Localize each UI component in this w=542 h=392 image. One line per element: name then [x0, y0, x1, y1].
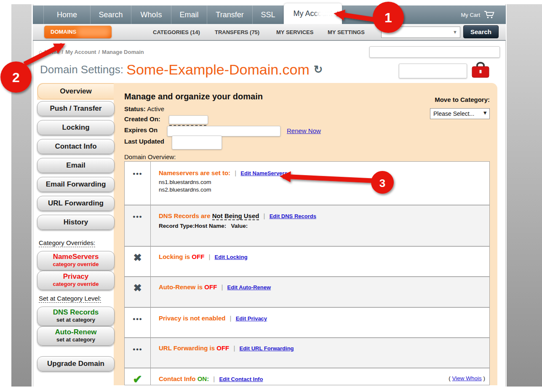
set-at-category-level-heading[interactable]: Set at Category Level:	[39, 295, 101, 303]
status-value: Active	[146, 105, 164, 112]
sidebar-button-auto-renew-category[interactable]: Auto-Renew set at category	[37, 326, 115, 346]
renew-now-link[interactable]: Renew Now	[287, 127, 321, 134]
nav-tab-label: WhoIs	[140, 11, 162, 19]
row-title: Locking is	[159, 253, 192, 260]
row-title: DNS Records are	[159, 212, 212, 219]
table-row-locking: ✖ Locking is OFF | Edit Locking	[125, 246, 489, 276]
dns-record-columns: Record Type:Host Name: Value:	[159, 223, 489, 229]
toolbox-icon[interactable]	[471, 61, 490, 79]
override-subtitle: category override	[37, 261, 114, 267]
subnav-tab-my-services[interactable]: MY SERVICES	[276, 29, 313, 35]
nameserver-1: ns1.bluestardns.com	[159, 179, 489, 185]
expires-on-line: Expires On	[124, 126, 158, 133]
nav-tab-whois[interactable]: WhoIs	[131, 5, 171, 24]
sidebar-tab-overview-active[interactable]: Overview	[37, 83, 114, 99]
edit-contact-info-link[interactable]: Edit Contact Info	[219, 376, 263, 382]
paren-close: )	[482, 375, 485, 381]
nameserver-2: ns2.bluestardns.com	[159, 187, 489, 193]
breadcrumb-my-account[interactable]: My Account	[65, 49, 96, 55]
subnav-tab-transfers[interactable]: TRANSFERS (75)	[215, 29, 259, 35]
category-overrides-heading[interactable]: Category Overrides:	[39, 239, 95, 247]
domain-search-combobox[interactable]: ▼	[381, 27, 460, 38]
subnav-tab-label: DOMAINS	[51, 29, 76, 35]
redacted-field	[399, 64, 467, 78]
subnav-tab-categories[interactable]: CATEGORIES (14)	[153, 29, 200, 35]
redacted-field	[369, 46, 500, 58]
sidebar-tab-locking[interactable]: Locking	[37, 120, 115, 135]
category-title: Auto-Renew	[37, 328, 114, 336]
separator: |	[232, 169, 239, 176]
edit-url-forwarding-link[interactable]: Edit URL Forwarding	[239, 345, 294, 352]
edit-dns-records-link[interactable]: Edit DNS Records	[270, 213, 316, 219]
separator: |	[206, 253, 213, 260]
separator: |	[231, 344, 238, 352]
edit-nameservers-link[interactable]: Edit NameServers	[240, 170, 287, 176]
upgrade-domain-button[interactable]: Upgrade Domain	[37, 356, 115, 371]
page-title-prefix: Domain Settings:	[40, 63, 126, 76]
separator: |	[261, 212, 268, 219]
redacted-created-date	[169, 115, 208, 124]
breadcrumb-home[interactable]: Home	[44, 49, 59, 55]
subnav-tab-my-settings[interactable]: MY SETTINGS	[328, 29, 365, 35]
sidebar-button-dns-records-category[interactable]: DNS Records set at category	[37, 307, 115, 326]
sidebar-tab-history[interactable]: History	[37, 215, 115, 230]
category-subtitle: set at category	[37, 336, 114, 343]
section-heading: Manage and organize your domain	[124, 92, 263, 101]
domain-overview-label: Domain Overview:	[124, 153, 176, 160]
pending-dots-icon: ●●●	[133, 214, 142, 246]
domain-search-input[interactable]	[382, 27, 450, 37]
move-to-category-label: Move to Category:	[422, 96, 490, 103]
breadcrumb-manage-domain[interactable]: Manage Domain	[102, 49, 144, 55]
chevron-down-icon[interactable]: ▼	[453, 29, 457, 35]
edit-auto-renew-link[interactable]: Edit Auto-Renew	[227, 284, 271, 291]
nav-tab-transfer[interactable]: Transfer	[207, 5, 253, 24]
row-status: ON:	[198, 375, 209, 382]
nav-tab-label: Home	[57, 11, 77, 19]
row-status: OFF	[192, 253, 204, 260]
table-row-nameservers: ●●● Nameservers are set to: | Edit NameS…	[125, 162, 489, 205]
redaction-smudge	[77, 27, 110, 37]
table-row-auto-renew: ✖ Auto-Renew is OFF | Edit Auto-Renew	[125, 276, 489, 307]
nav-tab-label: SSL	[261, 11, 275, 19]
last-updated-label: Last Updated	[124, 138, 164, 145]
nav-tab-label: Email	[179, 11, 198, 19]
view-whois-link[interactable]: View Whois	[452, 375, 481, 381]
my-cart-label: My Cart	[461, 12, 481, 18]
off-x-icon: ✖	[133, 252, 142, 276]
nav-tab-my-account-active[interactable]: My Account	[284, 3, 342, 24]
row-title: URL Forwarding is	[159, 344, 216, 352]
nav-tab-email[interactable]: Email	[171, 5, 207, 24]
my-cart-button[interactable]: My Cart	[461, 5, 495, 24]
sidebar-tab-push-transfer[interactable]: Push / Transfer	[37, 101, 115, 116]
edit-locking-link[interactable]: Edit Locking	[215, 254, 248, 260]
chevron-down-icon: ▾	[483, 109, 486, 116]
breadcrumb-separator: /	[96, 49, 102, 55]
pending-dots-icon: ●●●	[133, 347, 142, 368]
created-on-label: Created On:	[124, 115, 160, 123]
check-icon: ✔	[133, 373, 142, 385]
sidebar-tab-email[interactable]: Email	[37, 158, 115, 173]
edit-privacy-link[interactable]: Edit Privacy	[236, 315, 267, 322]
nav-tab-search[interactable]: Search	[91, 5, 131, 24]
category-select[interactable]: Please Select... ▾	[430, 108, 490, 119]
sidebar-button-privacy-override[interactable]: Privacy category override	[37, 271, 115, 290]
search-button[interactable]: Search	[463, 25, 499, 38]
last-updated-line: Last Updated	[124, 138, 164, 145]
separator: |	[219, 283, 226, 291]
refresh-icon[interactable]: ↻	[310, 63, 323, 76]
status-line: Status: Active	[124, 105, 164, 112]
sidebar-button-nameservers-override[interactable]: NameServers category override	[37, 251, 115, 270]
sidebar-tab-email-forwarding[interactable]: Email Forwarding	[37, 177, 115, 192]
sidebar-tab-url-forwarding[interactable]: URL Forwarding	[37, 196, 115, 211]
sidebar-tab-contact-info[interactable]: Contact Info	[37, 139, 115, 154]
nav-tab-ssl[interactable]: SSL	[253, 5, 284, 24]
page-title: Domain Settings: Some-Example-Domain.com…	[40, 61, 323, 78]
nav-tab-home[interactable]: Home	[43, 5, 91, 24]
override-subtitle: category override	[37, 281, 114, 287]
status-label: Status:	[124, 105, 146, 112]
row-status: OFF	[204, 283, 217, 291]
domain-name: Some-Example-Domain.com	[126, 61, 310, 77]
subnav-tab-domains-active[interactable]: DOMAINS	[44, 26, 112, 38]
row-status: OFF	[216, 344, 229, 352]
row-title: Privacy is not enabled	[159, 315, 225, 322]
